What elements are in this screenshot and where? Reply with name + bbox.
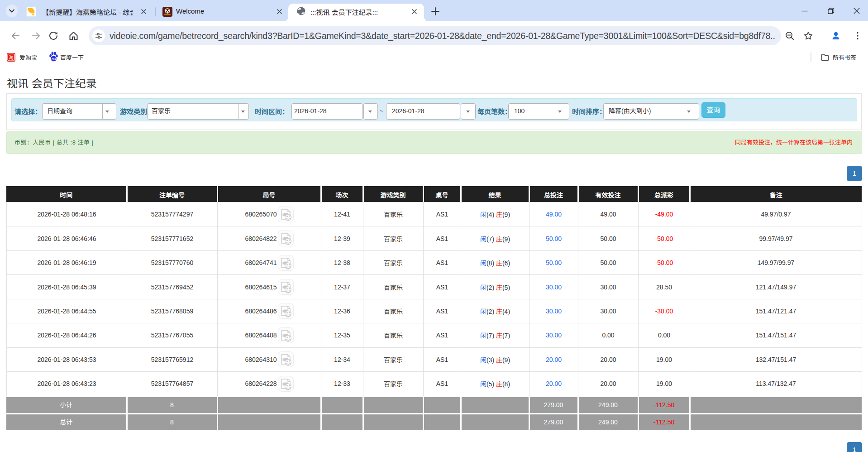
svg-text:淘: 淘 <box>9 54 14 61</box>
svg-text:du: du <box>52 57 56 61</box>
